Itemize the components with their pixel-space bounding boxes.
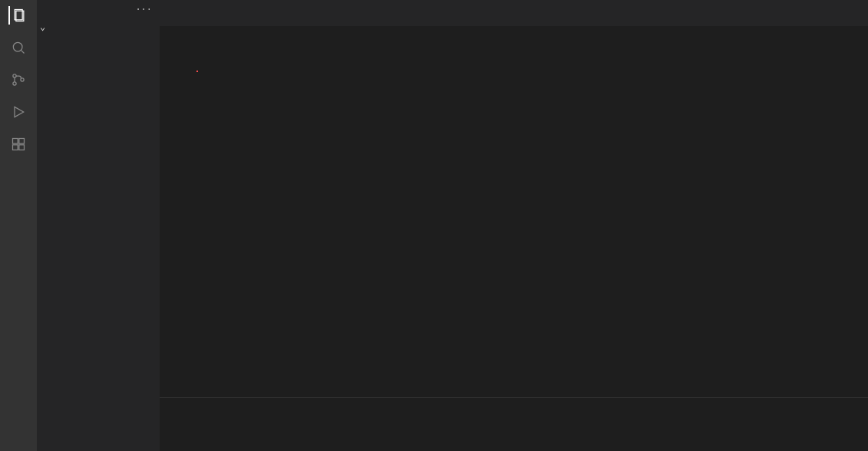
code-editor[interactable] <box>160 43 868 397</box>
svg-point-5 <box>13 82 16 85</box>
search-icon[interactable] <box>9 38 28 57</box>
line-gutter <box>160 43 196 397</box>
sidebar: ··· ⌄ <box>37 0 160 451</box>
extensions-icon[interactable] <box>9 135 28 153</box>
svg-line-3 <box>21 50 24 53</box>
sidebar-header: ··· <box>37 0 160 20</box>
main-area <box>160 0 868 451</box>
svg-point-4 <box>13 74 16 77</box>
breadcrumb[interactable] <box>160 26 868 43</box>
svg-rect-9 <box>13 145 18 150</box>
explorer-icon[interactable] <box>8 6 27 25</box>
run-icon[interactable] <box>9 103 28 121</box>
svg-rect-10 <box>19 145 25 150</box>
svg-marker-7 <box>15 107 24 117</box>
section-header[interactable]: ⌄ <box>37 20 160 35</box>
svg-point-2 <box>13 42 22 51</box>
svg-rect-11 <box>19 139 25 144</box>
source-control-icon[interactable] <box>9 71 28 89</box>
svg-point-6 <box>21 78 24 81</box>
code-content[interactable] <box>196 43 837 397</box>
terminal-body[interactable] <box>160 420 868 451</box>
terminal-panel <box>160 397 868 451</box>
chevron-down-icon: ⌄ <box>40 21 45 33</box>
more-icon[interactable]: ··· <box>135 5 152 15</box>
highlight-box <box>196 71 198 72</box>
minimap[interactable] <box>837 43 868 397</box>
svg-rect-8 <box>13 139 18 144</box>
activity-bar <box>0 0 37 451</box>
file-tree <box>37 35 160 451</box>
terminal-tabs <box>160 398 868 420</box>
tab-bar <box>160 0 868 26</box>
